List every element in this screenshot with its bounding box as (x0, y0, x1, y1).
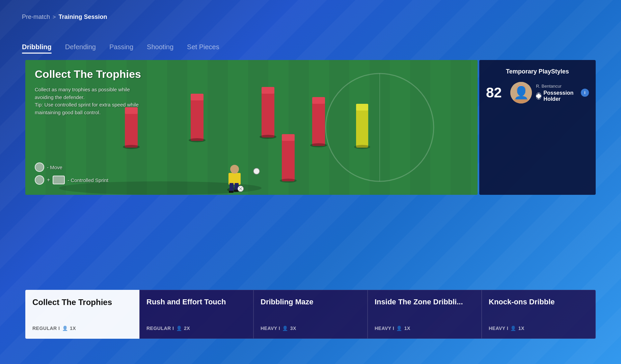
card-difficulty-1: REGULAR I (146, 326, 174, 331)
svg-point-8 (123, 145, 140, 149)
tabs-container: Dribbling Defending Passing Shooting Set… (22, 43, 219, 53)
player-rating: 82 (486, 85, 506, 101)
card-meta-1: REGULAR I 👤 2X (146, 326, 246, 331)
breadcrumb: Pre-match > Training Session (22, 13, 107, 21)
svg-rect-16 (312, 97, 325, 104)
card-meta-3: HEAVY I 👤 1X (375, 326, 475, 331)
svg-rect-26 (230, 183, 234, 191)
svg-rect-15 (312, 97, 325, 146)
card-title-0: Collect The Trophies (32, 298, 132, 307)
tab-defending[interactable]: Defending (65, 43, 96, 53)
control-sprint-label: - Controlled Sprint (68, 177, 108, 183)
training-card-collect-trophies[interactable]: Collect The Trophies REGULAR I 👤 1X (25, 290, 139, 339)
game-title: Collect The Trophies (35, 68, 185, 81)
svg-point-11 (189, 138, 206, 142)
info-icon[interactable]: i (581, 89, 589, 97)
training-card-knock-ons[interactable]: Knock-ons Dribble HEAVY I 👤 1X (482, 290, 596, 339)
svg-point-20 (280, 179, 297, 183)
card-meta-4: HEAVY I 👤 1X (489, 326, 589, 331)
player-style-name: Possession Holder (543, 90, 577, 102)
playstyles-panel: Temporary PlayStyles 82 R. Bentancur Pos… (479, 60, 596, 195)
svg-rect-28 (229, 191, 234, 193)
training-card-inside-zone[interactable]: Inside The Zone Dribbli... HEAVY I 👤 1X (368, 290, 482, 339)
svg-point-30 (230, 165, 239, 174)
svg-point-35 (514, 96, 529, 103)
card-players-1: 2X (184, 326, 190, 331)
player-avatar (510, 82, 532, 103)
card-meta-2: HEAVY I 👤 3X (261, 326, 360, 331)
tab-shooting[interactable]: Shooting (147, 43, 173, 53)
svg-rect-22 (356, 104, 368, 111)
style-icon (536, 92, 541, 100)
svg-point-36 (517, 85, 525, 93)
svg-point-32 (253, 168, 260, 174)
svg-rect-25 (228, 173, 241, 185)
control-move-row: - Move (35, 162, 108, 172)
training-card-rush-effort[interactable]: Rush and Effort Touch REGULAR I 👤 2X (139, 290, 253, 339)
person-icon-0: 👤 (62, 326, 68, 331)
player-style-row: Possession Holder (536, 90, 577, 102)
game-area: Collect The Trophies Collect as many tro… (25, 60, 478, 195)
card-players-4: 1X (518, 326, 524, 331)
sprint-plus-label: + (47, 177, 50, 183)
card-players-3: 1X (404, 326, 410, 331)
breadcrumb-separator: > (53, 14, 56, 20)
svg-rect-12 (262, 87, 274, 138)
card-meta-0: REGULAR I 👤 1X (32, 326, 132, 331)
card-title-4: Knock-ons Dribble (489, 298, 589, 306)
person-icon-4: 👤 (510, 326, 516, 331)
tab-dribbling[interactable]: Dribbling (22, 43, 52, 53)
move-button-icon (35, 162, 44, 172)
svg-point-17 (310, 143, 327, 147)
breadcrumb-parent[interactable]: Pre-match (22, 13, 50, 21)
svg-point-23 (354, 145, 370, 149)
control-sprint-row: + - Controlled Sprint (35, 175, 108, 185)
player-card: 82 R. Bentancur Possession Holder i (486, 82, 589, 103)
card-players-0: 1X (70, 326, 76, 331)
game-overlay: Collect The Trophies Collect as many tro… (25, 60, 194, 124)
sprint-button-rect (53, 176, 65, 184)
breadcrumb-current: Training Session (58, 13, 107, 21)
card-title-3: Inside The Zone Dribbli... (375, 298, 475, 306)
card-title-2: Dribbling Maze (261, 298, 360, 306)
playstyles-title: Temporary PlayStyles (486, 68, 589, 75)
person-icon-3: 👤 (396, 326, 402, 331)
card-difficulty-3: HEAVY I (375, 326, 394, 331)
card-difficulty-2: HEAVY I (261, 326, 280, 331)
person-icon-1: 👤 (176, 326, 182, 331)
tab-set-pieces[interactable]: Set Pieces (187, 43, 219, 53)
svg-rect-19 (282, 134, 295, 141)
cards-row: Collect The Trophies REGULAR I 👤 1X Rush… (25, 290, 596, 339)
svg-point-14 (260, 135, 276, 139)
card-difficulty-0: REGULAR I (32, 326, 60, 331)
card-players-2: 3X (290, 326, 296, 331)
game-description: Collect as many trophies as possible whi… (35, 86, 150, 116)
svg-rect-37 (518, 93, 524, 94)
card-difficulty-4: HEAVY I (489, 326, 508, 331)
control-move-label: - Move (47, 164, 62, 170)
player-name: R. Bentancur (536, 84, 577, 89)
svg-rect-18 (282, 134, 295, 181)
sprint-button-circle (35, 175, 44, 185)
player-info: R. Bentancur Possession Holder (536, 84, 577, 102)
style-diamond (536, 93, 542, 99)
svg-point-34 (516, 85, 526, 94)
controls-area: - Move + - Controlled Sprint (35, 162, 108, 185)
card-title-1: Rush and Effort Touch (146, 298, 246, 306)
training-card-dribbling-maze[interactable]: Dribbling Maze HEAVY I 👤 3X (253, 290, 368, 339)
tab-passing[interactable]: Passing (109, 43, 133, 53)
svg-rect-13 (262, 87, 274, 94)
person-icon-2: 👤 (282, 326, 288, 331)
